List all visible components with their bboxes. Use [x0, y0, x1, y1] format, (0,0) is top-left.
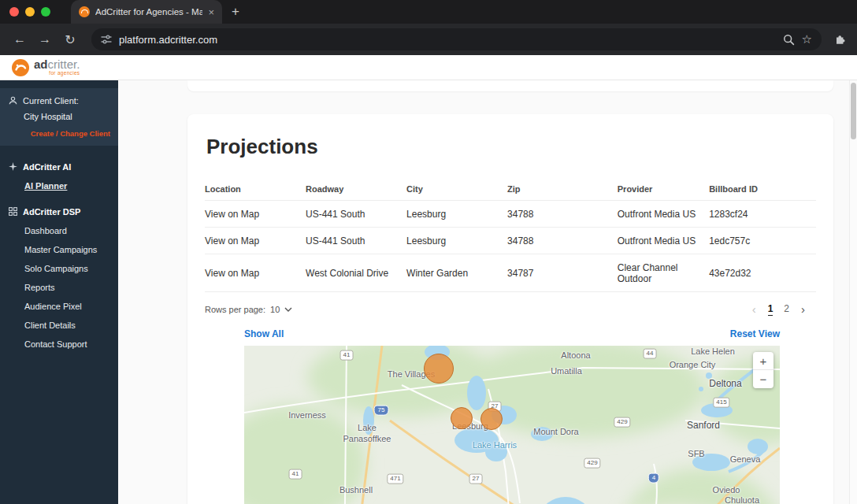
- page-title: Projections: [206, 135, 816, 159]
- sidebar-item[interactable]: Contact Support: [24, 339, 110, 349]
- zoom-icon[interactable]: [783, 34, 795, 46]
- table-footer: Rows per page: 10 ‹ 12 ›: [205, 302, 816, 316]
- map-label: SFB: [688, 449, 704, 458]
- rows-per-page-value: 10: [270, 305, 280, 314]
- dsp-grid-icon: [8, 206, 18, 217]
- adcritter-logo-icon: [11, 58, 30, 77]
- tab-title: AdCritter for Agencies - Mast: [95, 7, 202, 17]
- map-label: Orange City: [670, 360, 716, 369]
- current-client-label: Current Client:: [23, 96, 79, 106]
- road-shield: 41: [289, 469, 302, 480]
- page-number[interactable]: 1: [768, 303, 774, 316]
- sidebar-item[interactable]: Solo Campaigns: [24, 264, 110, 273]
- projections-table: LocationRoadwayCityZipProviderBillboard …: [205, 178, 816, 292]
- map-label: Altoona: [561, 350, 590, 360]
- column-header: Provider: [618, 178, 709, 201]
- next-page-icon[interactable]: ›: [801, 302, 805, 316]
- sidebar-item[interactable]: Master Campaigns: [24, 245, 110, 254]
- map-label: Lake Harris: [473, 440, 517, 450]
- logo-subtitle: for agencies: [49, 71, 80, 76]
- current-client-block: Current Client: City Hospital Create / C…: [0, 88, 118, 146]
- view-on-map-link[interactable]: View on Map: [205, 201, 306, 228]
- billboard-id-cell: 1edc757c: [709, 228, 816, 254]
- map-label: Mount Dora: [533, 427, 578, 436]
- view-on-map-link[interactable]: View on Map: [205, 254, 306, 292]
- map-label: Umatilla: [551, 366, 582, 376]
- view-on-map-link[interactable]: View on Map: [205, 228, 306, 254]
- sidebar-item[interactable]: Dashboard: [24, 226, 110, 235]
- bookmark-star-icon[interactable]: ☆: [802, 32, 812, 46]
- section-title: AdCritter AI: [23, 162, 71, 172]
- column-header: Billboard ID: [709, 178, 816, 201]
- roadway-cell: US-441 South: [306, 201, 406, 228]
- scrollbar-thumb[interactable]: [851, 83, 856, 139]
- billboard-id-cell: 1283cf24: [709, 201, 816, 228]
- projections-map[interactable]: AltoonaLake HelenOrange CityThe Villages…: [244, 346, 780, 504]
- reset-view-link[interactable]: Reset View: [730, 328, 780, 339]
- map-label: Lake Panasoffkee: [339, 423, 395, 445]
- pagination: ‹ 12 ›: [752, 302, 805, 316]
- client-icon: [8, 95, 18, 106]
- browser-tab[interactable]: AdCritter for Agencies - Mast ×: [71, 0, 222, 24]
- create-change-client-link[interactable]: Create / Change Client: [8, 129, 110, 138]
- show-all-link[interactable]: Show All: [244, 328, 284, 339]
- provider-cell: Outfront Media US: [618, 228, 709, 254]
- map-zoom-control: + −: [753, 352, 774, 388]
- reload-icon[interactable]: ↻: [60, 32, 80, 47]
- window-minimize-button[interactable]: [25, 7, 35, 17]
- sidebar-section-adcritter-ai: AdCritter AI AI Planner: [0, 161, 118, 191]
- back-icon[interactable]: ←: [9, 32, 30, 46]
- billboard-marker[interactable]: [480, 408, 503, 430]
- site-settings-icon[interactable]: [101, 34, 112, 45]
- sidebar-section-adcritter-dsp: AdCritter DSP DashboardMaster CampaignsS…: [0, 206, 118, 349]
- column-header: Roadway: [306, 178, 406, 201]
- map-label: Bushnell: [339, 485, 373, 495]
- road-shield: 429: [584, 458, 600, 469]
- tab-close-icon[interactable]: ×: [208, 7, 214, 17]
- sidebar-item[interactable]: Audience Pixel: [24, 302, 110, 311]
- column-header: City: [406, 178, 507, 201]
- projections-card: Projections LocationRoadwayCityZipProvid…: [187, 114, 833, 504]
- rows-per-page-label: Rows per page:: [205, 305, 265, 314]
- previous-card-bottom: [187, 80, 833, 91]
- adcritter-favicon-icon: [79, 6, 90, 17]
- sidebar-item[interactable]: AI Planner: [24, 181, 110, 191]
- city-cell: Leesburg: [406, 201, 507, 228]
- table-row: View on Map US-441 South Leesburg 34788 …: [205, 228, 816, 254]
- column-header: Location: [205, 178, 306, 201]
- prev-page-icon[interactable]: ‹: [752, 302, 756, 316]
- sidebar-item[interactable]: Reports: [24, 283, 110, 292]
- provider-cell: Outfront Media US: [618, 201, 709, 228]
- url-text[interactable]: platform.adcritter.com: [119, 34, 776, 46]
- sidebar: Current Client: City Hospital Create / C…: [0, 80, 118, 504]
- extensions-icon[interactable]: [834, 33, 848, 46]
- rows-per-page-control[interactable]: Rows per page: 10: [205, 305, 292, 314]
- page-scrollbar[interactable]: [849, 80, 857, 504]
- main-content: Projections LocationRoadwayCityZipProvid…: [118, 80, 857, 504]
- map-label: Deltona: [709, 378, 741, 389]
- table-row: View on Map US-441 South Leesburg 34788 …: [205, 201, 816, 228]
- billboard-marker[interactable]: [451, 407, 473, 429]
- road-shield: 27: [469, 474, 483, 484]
- new-tab-button[interactable]: +: [232, 4, 239, 20]
- page-number[interactable]: 2: [784, 303, 789, 316]
- zoom-out-button[interactable]: −: [753, 370, 774, 388]
- road-shield: 471: [387, 474, 403, 484]
- address-bar[interactable]: platform.adcritter.com ☆: [91, 28, 822, 50]
- city-cell: Leesburg: [406, 228, 507, 254]
- forward-icon[interactable]: →: [35, 32, 55, 46]
- roadway-cell: West Colonial Drive: [306, 254, 406, 292]
- zoom-in-button[interactable]: +: [753, 352, 774, 370]
- adcritter-logo[interactable]: adcritter. for agencies: [11, 58, 80, 77]
- window-close-button[interactable]: [9, 7, 19, 17]
- provider-cell: Clear Channel Outdoor: [618, 254, 709, 292]
- map-label: Inverness: [288, 410, 326, 420]
- sidebar-item[interactable]: Client Details: [24, 321, 110, 330]
- zip-cell: 34788: [507, 228, 618, 254]
- browser-toolbar: ← → ↻ platform.adcritter.com ☆: [0, 24, 857, 55]
- map-label: Chuluota: [725, 495, 759, 504]
- billboard-id-cell: 43e72d32: [709, 254, 816, 292]
- billboard-marker[interactable]: [424, 354, 454, 384]
- map-label: Lake Helen: [691, 346, 735, 356]
- window-zoom-button[interactable]: [41, 7, 50, 17]
